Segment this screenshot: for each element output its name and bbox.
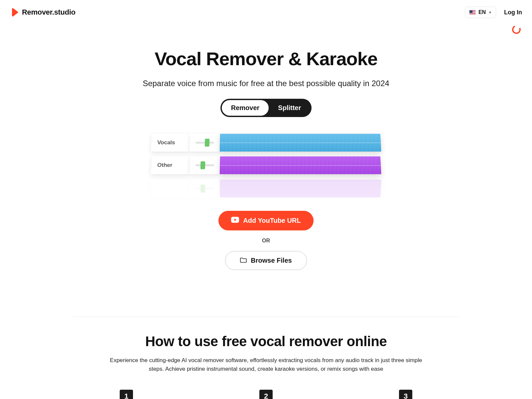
track-vocals-label: Vocals: [151, 134, 190, 151]
tab-splitter[interactable]: Splitter: [269, 100, 310, 116]
browse-files-button[interactable]: Browse Files: [225, 251, 307, 270]
logo-text: Remover.studio: [22, 8, 75, 17]
page-title: Vocal Remover & Karaoke: [13, 48, 519, 69]
step-1: 1 Upload audio file Click the 'Browse Fi…: [66, 390, 186, 399]
track-other-volume: [190, 156, 220, 174]
step-number: 3: [399, 390, 412, 399]
login-link[interactable]: Log In: [504, 9, 522, 16]
tab-remover[interactable]: Remover: [222, 100, 269, 116]
howto-section: How to use free vocal remover online Exp…: [0, 317, 532, 399]
step-number: 1: [120, 390, 133, 399]
youtube-icon: [231, 217, 239, 224]
svg-rect-0: [12, 14, 13, 15]
step-3: 3 Download files Once the vocals have be…: [346, 390, 466, 399]
track-vocals-volume: [190, 134, 220, 151]
logo-play-icon: [10, 8, 19, 17]
track-other-label: Other: [151, 156, 190, 174]
howto-title: How to use free vocal remover online: [20, 333, 512, 349]
add-youtube-label: Add YouTube URL: [243, 217, 301, 224]
folder-icon: [240, 257, 247, 264]
page-subtitle: Separate voice from music for free at th…: [13, 79, 519, 88]
header: Remover.studio EN ▼ Log In: [0, 0, 532, 25]
hero-section: Vocal Remover & Karaoke Separate voice f…: [0, 25, 532, 283]
track-other: Other: [151, 156, 381, 174]
language-code: EN: [478, 9, 486, 15]
waveform-other: [219, 156, 381, 174]
logo[interactable]: Remover.studio: [10, 8, 75, 17]
waveform-vocals: [219, 134, 381, 151]
track-vocals: Vocals: [151, 134, 381, 151]
language-selector[interactable]: EN ▼: [465, 7, 496, 18]
browse-files-label: Browse Files: [251, 257, 292, 264]
or-separator: OR: [262, 238, 270, 244]
howto-subtitle: Experience the cutting-edge AI vocal rem…: [103, 356, 429, 373]
step-2: 2 Remove vocals from music By AI algorit…: [206, 390, 326, 399]
step-number: 2: [259, 390, 273, 399]
chevron-down-icon: ▼: [488, 11, 492, 14]
add-youtube-button[interactable]: Add YouTube URL: [218, 211, 313, 230]
track-preview: Vocals Other: [151, 134, 381, 198]
mode-toggle: Remover Splitter: [220, 99, 312, 117]
flag-icon: [469, 10, 476, 15]
